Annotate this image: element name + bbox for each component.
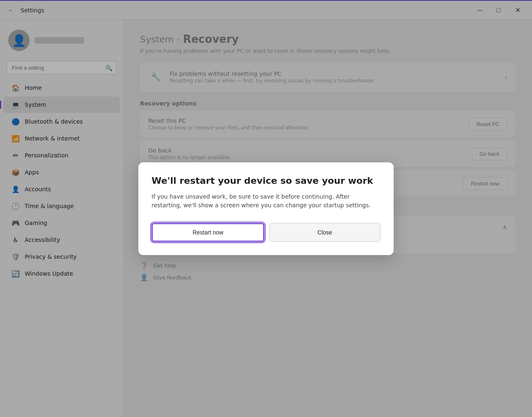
restart-dialog: We'll restart your device so save your w… <box>138 162 394 255</box>
modal-overlay: We'll restart your device so save your w… <box>0 0 532 417</box>
dialog-restart-button[interactable]: Restart now <box>152 223 264 242</box>
dialog-body: If you have unsaved work, be sure to sav… <box>152 192 380 210</box>
dialog-title: We'll restart your device so save your w… <box>152 176 380 186</box>
dialog-buttons: Restart now Close <box>152 223 380 242</box>
dialog-close-button[interactable]: Close <box>269 223 380 242</box>
